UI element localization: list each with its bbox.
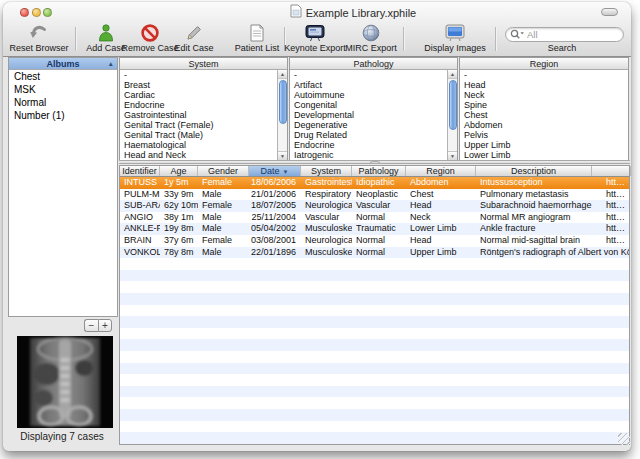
- list-item[interactable]: Haematological: [120, 140, 287, 150]
- column-header-gender[interactable]: Gender: [198, 166, 249, 176]
- cell-identifier: PULM-MET: [120, 189, 160, 201]
- column-header-region[interactable]: Region: [406, 166, 476, 176]
- toolbar-toggle-button[interactable]: [601, 8, 618, 16]
- list-item[interactable]: Genital Tract (Male): [120, 130, 287, 140]
- column-header-label: Pathology: [358, 166, 398, 176]
- display-icon: [415, 24, 495, 43]
- table-row[interactable]: SUB-ARACH62y 10mFemale18/07/2005Neurolog…: [120, 200, 629, 212]
- minimize-button[interactable]: [32, 8, 41, 17]
- table-row[interactable]: PULM-MET33y 9mMale21/01/2006RespiratoryN…: [120, 189, 629, 201]
- toolbar-button-label: Display Images: [415, 43, 495, 53]
- add-album-button[interactable]: +: [98, 319, 112, 332]
- table-row[interactable]: INTUSS1y 5mFemale18/06/2006Gastrointesti…: [120, 177, 629, 189]
- column-header-url[interactable]: [592, 166, 631, 176]
- scroll-up-icon[interactable]: ▲: [448, 70, 457, 79]
- table-row[interactable]: ANGIO38y 1mMale25/11/2004VascularNormalN…: [120, 212, 629, 224]
- window-chrome: Example Library.xphile Reset Browser Add…: [3, 2, 631, 57]
- list-item[interactable]: Breast: [120, 80, 287, 90]
- system-list: -BreastCardiacEndocrineGastrointestinalG…: [120, 70, 287, 160]
- search-field[interactable]: [505, 27, 624, 42]
- list-item[interactable]: Endocrine: [290, 140, 457, 150]
- scroll-down-icon[interactable]: ▼: [448, 151, 457, 160]
- search-input[interactable]: [527, 29, 613, 40]
- list-item[interactable]: Endocrine: [120, 100, 287, 110]
- cell-url: htt…: [592, 235, 629, 247]
- cell-identifier: ANGIO: [120, 212, 160, 224]
- column-header-system[interactable]: System: [301, 166, 352, 176]
- sort-descending-icon: ▼: [283, 169, 289, 175]
- close-button[interactable]: [20, 8, 29, 17]
- albums-header-label: Albums: [46, 59, 79, 69]
- system-header-label: System: [188, 59, 218, 69]
- list-item[interactable]: Spine: [460, 100, 628, 110]
- zoom-button[interactable]: [43, 8, 52, 17]
- application-window: Example Library.xphile Reset Browser Add…: [3, 2, 631, 451]
- list-item[interactable]: Degenerative: [290, 120, 457, 130]
- scroll-up-icon[interactable]: ▲: [278, 70, 287, 79]
- display-images-button[interactable]: Display Images: [415, 24, 495, 54]
- list-item[interactable]: Head and Neck: [120, 150, 287, 160]
- column-header-identifier[interactable]: Identifier: [120, 166, 160, 176]
- mirc-export-button[interactable]: MIRC Export: [331, 24, 411, 54]
- cell-age: 38y 1m: [160, 212, 198, 224]
- cell-system: Vascular: [301, 212, 352, 224]
- list-item[interactable]: Drug Related: [290, 130, 457, 140]
- album-item[interactable]: Normal: [9, 96, 117, 109]
- list-item[interactable]: -: [460, 70, 628, 80]
- cell-gender: Male: [198, 189, 249, 201]
- cell-gender: Female: [198, 235, 249, 247]
- list-item[interactable]: Artifact: [290, 80, 457, 90]
- cell-pathology: Normal: [352, 235, 406, 247]
- list-item[interactable]: Gastrointestinal: [120, 110, 287, 120]
- column-header-label: Identifier: [122, 166, 157, 176]
- cell-identifier: INTUSS: [120, 177, 160, 189]
- list-item[interactable]: Congenital: [290, 100, 457, 110]
- album-item[interactable]: Chest: [9, 70, 117, 83]
- scroll-down-icon[interactable]: ▼: [278, 151, 287, 160]
- case-preview-thumbnail[interactable]: [17, 336, 113, 428]
- splitter-dimple[interactable]: [370, 161, 380, 164]
- cell-date: 18/06/2006: [249, 177, 301, 189]
- list-item[interactable]: Genital Tract (Female): [120, 120, 287, 130]
- list-item[interactable]: Autoimmune: [290, 90, 457, 100]
- cell-age: 1y 5m: [160, 177, 198, 189]
- vertical-scrollbar[interactable]: ▲ ▼: [277, 70, 287, 160]
- list-item[interactable]: Pelvis: [460, 130, 628, 140]
- scrollbar-thumb[interactable]: [279, 80, 287, 124]
- cell-pathology: Normal: [352, 212, 406, 224]
- column-header-date[interactable]: Date▼: [249, 166, 301, 176]
- album-item[interactable]: MSK: [9, 83, 117, 96]
- list-item[interactable]: Iatrogenic: [290, 150, 457, 160]
- scrollbar-thumb[interactable]: [449, 80, 457, 130]
- list-item[interactable]: Lower Limb: [460, 150, 628, 160]
- cell-description: Subarachnoid haemorrhage: [476, 200, 592, 212]
- table-row[interactable]: ANKLE-FRAC19y 8mMale05/04/2002Musculoske…: [120, 223, 629, 235]
- list-item[interactable]: Chest: [460, 110, 628, 120]
- cell-pathology: Neoplastic: [352, 189, 406, 201]
- column-header-description[interactable]: Description: [476, 166, 592, 176]
- list-item[interactable]: Cardiac: [120, 90, 287, 100]
- cell-region: Chest: [406, 189, 476, 201]
- list-item[interactable]: Neck: [460, 90, 628, 100]
- cell-region: Head: [406, 235, 476, 247]
- list-item[interactable]: Abdomen: [460, 120, 628, 130]
- column-header-pathology[interactable]: Pathology: [352, 166, 406, 176]
- table-row[interactable]: BRAIN37y 6mFemale03/08/2001NeurologicalN…: [120, 235, 629, 247]
- vertical-scrollbar[interactable]: ▲ ▼: [447, 70, 457, 160]
- pane-splitter[interactable]: [119, 160, 630, 164]
- list-item[interactable]: Upper Limb: [460, 140, 628, 150]
- remove-album-button[interactable]: −: [84, 319, 98, 332]
- resize-grip[interactable]: [618, 433, 630, 445]
- toolbar-divider: [495, 27, 496, 51]
- list-item[interactable]: Developmental: [290, 110, 457, 120]
- list-item[interactable]: -: [120, 70, 287, 80]
- list-item[interactable]: -: [290, 70, 457, 80]
- table-row[interactable]: VONKOL78y 8mMale22/01/1896Musculoskeleta…: [120, 247, 629, 259]
- cell-gender: Male: [198, 223, 249, 235]
- list-item[interactable]: Head: [460, 80, 628, 90]
- albums-header[interactable]: Albums ▲: [9, 58, 117, 70]
- column-header-age[interactable]: Age: [160, 166, 198, 176]
- album-item[interactable]: Number (1): [9, 109, 117, 122]
- status-text: Displaying 7 cases: [3, 431, 121, 442]
- cell-region: Abdomen: [406, 177, 476, 189]
